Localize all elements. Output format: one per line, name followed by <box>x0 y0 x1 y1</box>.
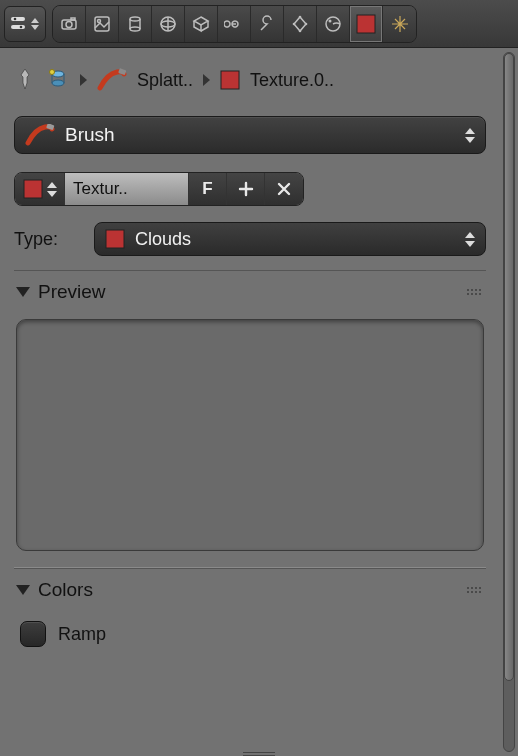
tab-texture[interactable] <box>350 6 383 42</box>
context-dropdown-label: Brush <box>65 124 455 146</box>
tab-constraints[interactable] <box>218 6 251 42</box>
cylinder-icon <box>125 14 145 34</box>
texture-checker-icon <box>23 179 43 199</box>
svg-rect-0 <box>11 17 25 21</box>
texture-checker-icon[interactable] <box>220 70 240 90</box>
brush-datablock-icon[interactable] <box>46 67 70 93</box>
sparkle-icon <box>390 14 410 34</box>
section-colors-header[interactable]: Colors <box>14 569 486 611</box>
svg-rect-51 <box>106 230 124 248</box>
svg-point-18 <box>329 19 332 22</box>
tab-particles[interactable] <box>383 6 416 42</box>
section-colors: Colors Ramp <box>14 568 486 657</box>
panel-grip-icon[interactable] <box>464 289 484 295</box>
svg-point-10 <box>130 27 140 31</box>
texture-id-block: Textur.. F <box>14 172 304 206</box>
tab-modifiers[interactable] <box>251 6 284 42</box>
type-label: Type: <box>14 229 76 250</box>
ramp-row: Ramp <box>14 611 486 657</box>
vertical-scrollbar[interactable] <box>500 48 518 756</box>
dropdown-arrows-icon <box>47 182 57 197</box>
new-texture-button[interactable] <box>227 173 265 205</box>
material-icon <box>323 14 343 34</box>
mesh-data-icon <box>290 14 310 34</box>
texture-checker-icon <box>105 229 125 249</box>
pin-icon[interactable] <box>14 67 36 93</box>
texture-name-field[interactable]: Textur.. <box>65 173 189 205</box>
section-colors-title: Colors <box>38 579 456 601</box>
svg-rect-36 <box>221 71 239 89</box>
section-preview: Preview <box>14 270 486 568</box>
dropdown-arrows-icon <box>465 232 475 247</box>
svg-point-27 <box>52 80 64 86</box>
svg-point-5 <box>66 21 72 27</box>
panel-resize-handle[interactable] <box>239 752 279 756</box>
texture-type-row: Type: Clouds <box>14 222 486 256</box>
properties-editor-icon <box>9 14 29 34</box>
breadcrumb-chevron-icon <box>203 74 210 86</box>
breadcrumb-brush-name[interactable]: Splatt.. <box>137 70 193 91</box>
svg-rect-1 <box>11 25 25 29</box>
plus-icon <box>238 181 254 197</box>
disclosure-triangle-icon <box>16 585 30 595</box>
breadcrumb-chevron-icon <box>80 74 87 86</box>
svg-point-28 <box>50 70 55 75</box>
editor-type-selector[interactable] <box>4 6 46 42</box>
ramp-checkbox[interactable] <box>20 621 46 647</box>
tab-material[interactable] <box>317 6 350 42</box>
panel-content: Splatt.. Texture.0.. Brush <box>0 48 500 756</box>
section-preview-title: Preview <box>38 281 456 303</box>
dropdown-arrows-icon <box>465 128 475 143</box>
svg-point-16 <box>293 22 296 25</box>
context-tabstrip <box>52 5 417 43</box>
tab-scene[interactable] <box>119 6 152 42</box>
brush-stroke-icon <box>25 124 55 146</box>
breadcrumb: Splatt.. Texture.0.. <box>14 60 486 100</box>
properties-panel: Splatt.. Texture.0.. Brush <box>0 48 518 756</box>
tab-object[interactable] <box>185 6 218 42</box>
svg-rect-6 <box>71 18 75 20</box>
svg-point-15 <box>299 29 302 32</box>
svg-rect-44 <box>24 180 42 198</box>
tab-data[interactable] <box>284 6 317 42</box>
tab-render-layers[interactable] <box>86 6 119 42</box>
camera-icon <box>59 14 79 34</box>
texture-checker-icon <box>356 14 376 34</box>
world-icon <box>158 14 178 34</box>
panel-grip-icon[interactable] <box>464 587 484 593</box>
section-preview-header[interactable]: Preview <box>14 271 486 313</box>
texture-preview-box <box>16 319 484 551</box>
tab-render[interactable] <box>53 6 86 42</box>
unlink-texture-button[interactable] <box>265 173 303 205</box>
fake-user-button[interactable]: F <box>189 173 227 205</box>
x-icon <box>276 181 292 197</box>
ramp-label: Ramp <box>58 624 106 645</box>
scroll-thumb[interactable] <box>504 53 514 681</box>
tab-world[interactable] <box>152 6 185 42</box>
wrench-icon <box>257 14 277 34</box>
texture-context-dropdown[interactable]: Brush <box>14 116 486 154</box>
svg-point-14 <box>305 22 308 25</box>
svg-point-2 <box>14 17 17 20</box>
texture-type-value: Clouds <box>135 229 455 250</box>
chain-icon <box>224 14 244 34</box>
cube-icon <box>191 14 211 34</box>
breadcrumb-texture-name[interactable]: Texture.0.. <box>250 70 334 91</box>
texture-browse-button[interactable] <box>15 173 65 205</box>
dropdown-arrows-icon <box>31 18 41 30</box>
properties-header <box>0 0 518 48</box>
svg-point-9 <box>130 17 140 21</box>
image-icon <box>92 14 112 34</box>
brush-stroke-icon[interactable] <box>97 68 127 92</box>
svg-point-13 <box>299 15 302 18</box>
scroll-track <box>503 52 515 752</box>
disclosure-triangle-icon <box>16 287 30 297</box>
svg-point-3 <box>20 25 23 28</box>
texture-type-dropdown[interactable]: Clouds <box>94 222 486 256</box>
svg-rect-25 <box>357 15 375 33</box>
